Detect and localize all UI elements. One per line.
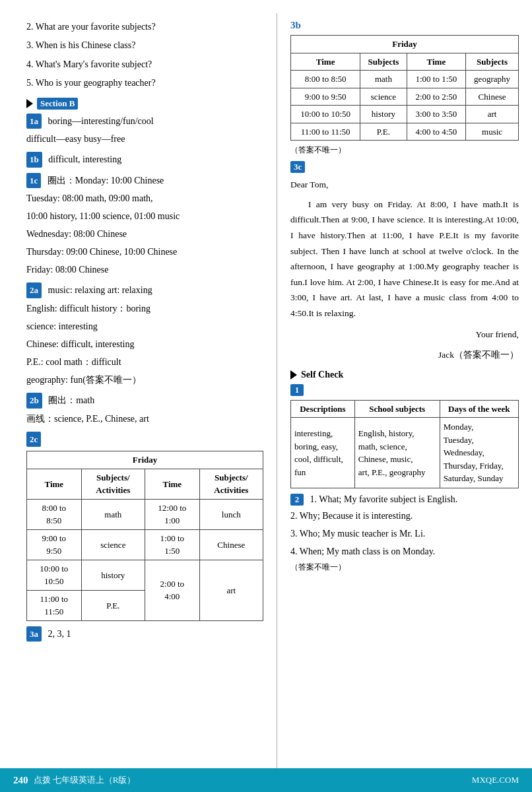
table-row: interesting,boring, easy,cool, difficult… [291, 418, 519, 488]
item-2c-line1: 2c [26, 432, 263, 447]
cell: math [81, 499, 145, 529]
watermark: MXQE.COM [472, 775, 519, 785]
item-1c-line6: Friday: 08:00 Chinese [26, 262, 263, 277]
cell: Chinese [466, 88, 519, 106]
sc-label-2-line: 2 1. What; My favorite subject is Englis… [290, 494, 519, 506]
cell: 1:00 to 1:50 [407, 71, 466, 88]
table-2c-title: Friday [27, 451, 263, 469]
label-3b: 3b [290, 20, 519, 31]
table-row: 11:00 to 11:50 P.E. 4:00 to 4:50 music [291, 123, 519, 141]
item-1c-line4: Wednesday: 08:00 Chinese [26, 226, 263, 242]
table-row: 9:00 to9:50 science 1:00 to1:50 Chinese [27, 529, 263, 560]
cell: art [199, 560, 263, 620]
cell: P.E. [360, 123, 407, 141]
cell: 3:00 to 3:50 [407, 106, 466, 123]
sc-h1: Descriptions [291, 400, 355, 418]
note-sc-2: （答案不唯一） [290, 562, 519, 573]
table-2c-h4: Subjects/Activities [199, 469, 263, 499]
item-1b: 1b difficult, interesting [26, 152, 263, 167]
cell: 9:00 to 9:50 [291, 88, 360, 106]
label-2a: 2a [26, 282, 42, 298]
cell: history [81, 560, 145, 590]
label-2b: 2b [26, 393, 42, 408]
table-row: 10:00 to10:50 history 2:00 to4:00 art [27, 560, 263, 590]
letter-body-text: I am very busy on Friday. At 8:00, I hav… [290, 199, 519, 318]
table-2c-h1: Time [27, 469, 82, 499]
cell: 12:00 to1:00 [145, 499, 199, 529]
questions-block: 2. What are your favorite subjects? 3. W… [26, 20, 263, 91]
label-2c: 2c [26, 432, 41, 447]
item-3b: 3b Friday Time Subjects Time Subjects [290, 20, 519, 156]
cell: 8:00 to 8:50 [291, 71, 360, 88]
label-1a: 1a [26, 114, 42, 129]
table-2c-h2: Subjects/Activities [81, 469, 145, 499]
sc-answer-2: 3. Who; My music teacher is Mr. Li. [290, 526, 519, 541]
letter-name: Jack（答案不唯一） [290, 347, 519, 363]
self-check-item-1: 1 Descriptions School subjects Days of t… [290, 384, 519, 488]
main-content: 2. What are your favorite subjects? 3. W… [0, 0, 532, 768]
item-2b: 2b 圈出：math 画线：science, P.E., Chinese, ar… [26, 393, 263, 426]
sc-h3: Days of the week [440, 400, 518, 418]
cell: 1:00 to1:50 [145, 529, 199, 560]
sc-answer-1: 2. Why; Because it is interesting. [290, 508, 519, 523]
footer-bar: 240 点拨 七年级英语上（R版） MXQE.COM [0, 768, 532, 792]
cell: 11:00 to 11:50 [291, 123, 360, 141]
cell: art [466, 106, 519, 123]
sc-label-2: 2 [290, 494, 304, 506]
question-5: 5. Who is your geography teacher? [26, 76, 263, 90]
table-3b-title: Friday [291, 36, 519, 53]
cell: music [466, 123, 519, 141]
item-1a-line1: 1a boring—interesting/fun/cool [26, 114, 263, 129]
item-1b-line1: 1b difficult, interesting [26, 152, 263, 167]
label-3c: 3c [290, 161, 305, 173]
item-2b-line2: 画线：science, P.E., Chinese, art [26, 411, 263, 426]
item-1a-text1: boring—interesting/fun/cool [48, 116, 154, 126]
sc-answer-3: 4. When; My math class is on Monday. [290, 544, 519, 559]
item-1c-line1: 1c 圈出：Monday: 10:00 Chinese [26, 173, 263, 188]
label-3a: 3a [26, 626, 42, 642]
question-2: 2. What are your favorite subjects? [26, 20, 263, 34]
question-4: 4. What's Mary's favorite subject? [26, 57, 263, 72]
label-1c: 1c [26, 173, 41, 188]
letter-content: Dear Tom, I am very busy on Friday. At 8… [290, 177, 519, 363]
label-3c-line: 3c [290, 161, 519, 173]
section-b-label: Section B [37, 98, 78, 110]
table-3b-container: Friday Time Subjects Time Subjects [290, 35, 519, 141]
letter-closing: Your friend, [290, 327, 519, 343]
cell: lunch [199, 499, 263, 529]
sc-label-1: 1 [290, 384, 304, 396]
sc-answer-0: 1. What; My favorite subject is English. [310, 494, 458, 504]
item-2a-text1: music: relaxing art: relaxing [48, 285, 152, 295]
cell: 2:00 to4:00 [145, 560, 199, 620]
cell: 9:00 to9:50 [27, 529, 82, 560]
table-2c-container: Friday Time Subjects/Activities Time Sub… [26, 451, 263, 621]
cell: 4:00 to 4:50 [407, 123, 466, 141]
section-b-header: Section B [26, 98, 263, 110]
table-3b-h3: Time [407, 53, 466, 71]
item-3a-text: 2, 3, 1 [48, 629, 71, 639]
item-2a: 2a music: relaxing art: relaxing English… [26, 282, 263, 387]
table-sc-container: Descriptions School subjects Days of the… [290, 400, 519, 488]
item-1a: 1a boring—interesting/fun/cool difficult… [26, 114, 263, 147]
item-2a-line3: science: interesting [26, 319, 263, 334]
item-3c: 3c Dear Tom, I am very busy on Friday. A… [290, 161, 519, 363]
item-2a-line5: P.E.: cool math：difficult [26, 354, 263, 370]
item-1c-line2: Tuesday: 08:00 math, 09:00 math, [26, 191, 263, 206]
self-check-item-2: 2 1. What; My favorite subject is Englis… [290, 494, 519, 573]
self-check-label: Self Check [301, 370, 343, 380]
book-title: 点拨 七年级英语上（R版） [34, 774, 136, 786]
cell: Chinese [199, 529, 263, 560]
table-3b: Friday Time Subjects Time Subjects [290, 35, 519, 141]
cell: Monday,Tuesday,Wednesday,Thursday, Frida… [440, 418, 518, 488]
cell: P.E. [81, 590, 145, 620]
arrow-icon-sc [290, 370, 297, 380]
item-2b-text1: 圈出：math [48, 395, 94, 405]
cell: 8:00 to8:50 [27, 499, 82, 529]
item-2a-line6: geography: fun(答案不唯一） [26, 372, 263, 387]
table-3b-h1: Time [291, 53, 360, 71]
item-3a: 3a 2, 3, 1 [26, 626, 263, 642]
cell: 10:00 to 10:50 [291, 106, 360, 123]
sc-h2: School subjects [354, 400, 440, 418]
table-row: 10:00 to 10:50 history 3:00 to 3:50 art [291, 106, 519, 123]
item-1c-text1: 圈出：Monday: 10:00 Chinese [48, 176, 164, 185]
